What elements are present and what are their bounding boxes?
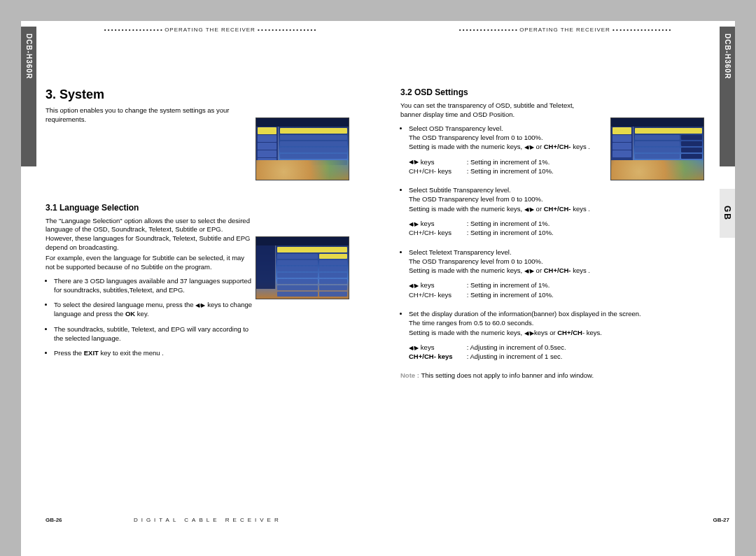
subsection-3-2: 3.2 OSD Settings <box>400 87 729 97</box>
running-head-right: • • • • • • • • • • • • • • • • • OPERAT… <box>400 27 729 33</box>
margin-top <box>0 0 756 21</box>
page-number: GB-27 <box>713 517 729 523</box>
para-lang-2: For example, even the language for Subti… <box>46 254 252 272</box>
para-lang-1: The "Language Selection" option allows t… <box>46 217 252 252</box>
bullet-item: Press the EXIT key to exit the menu . <box>54 348 255 357</box>
left-right-icon: ◀/▶ <box>524 143 534 151</box>
left-right-icon: ◀/▶ <box>409 220 419 228</box>
model-tab-left: DCB-H360R <box>21 27 36 166</box>
left-right-icon: ◀/▶ <box>524 206 534 213</box>
bullet-item: To select the desired language menu, pre… <box>54 300 255 319</box>
dot-decoration: • • • • • • • • • • • • • • • • • <box>104 27 162 33</box>
key-row: ◀/▶ keys : Setting in increment of 1%. C… <box>409 219 729 238</box>
dot-decoration: • • • • • • • • • • • • • • • • • <box>459 27 517 33</box>
bullet-item: There are 3 OSD languages available and … <box>54 276 255 295</box>
running-head-left: • • • • • • • • • • • • • • • • • OPERAT… <box>46 27 374 33</box>
key-row: ◀/▶ keys : Setting in increment of 1%. C… <box>409 280 729 299</box>
bullet-list-left: There are 3 OSD languages available and … <box>46 276 255 358</box>
key-row: ◀/▶ keys : Adjusting in increment of 0.5… <box>409 343 729 362</box>
footer-left: GB-26 DIGITAL CABLE RECEIVER <box>46 517 374 523</box>
osd-block-2: Select Subtitle Transparency level. The … <box>400 185 680 213</box>
bullet-item: Set the display duration of the informat… <box>409 309 715 337</box>
section-intro: This option enables you to change the sy… <box>46 106 252 124</box>
bullet-item: The soundtracks, subtitle, Teletext, and… <box>54 325 255 343</box>
dot-decoration: • • • • • • • • • • • • • • • • • <box>258 27 316 33</box>
left-right-icon: ◀/▶ <box>524 329 534 337</box>
section-title: 3. System <box>46 87 374 102</box>
margin-right <box>735 0 756 556</box>
subsection-3-1: 3.1 Language Selection <box>46 203 374 213</box>
screenshot-language-selection <box>255 236 349 299</box>
screenshot-osd-settings <box>610 117 704 180</box>
screenshot-system-setup <box>255 117 349 180</box>
osd-block-4: Set the display duration of the informat… <box>400 309 715 337</box>
note: Note : This setting does not apply to in… <box>400 371 729 379</box>
margin-left <box>0 0 21 556</box>
page-left: • • • • • • • • • • • • • • • • • OPERAT… <box>46 27 374 530</box>
osd-block-1: Select OSD Transparency level. The OSD T… <box>400 124 610 152</box>
bullet-item: Select OSD Transparency level. The OSD T… <box>409 124 610 152</box>
manual-spread: DCB-H360R DCB-H360R GB • • • • • • • • •… <box>0 0 756 556</box>
footer-right: GB-27 <box>400 517 729 523</box>
left-right-icon: ◀/▶ <box>409 282 419 290</box>
para-osd-intro: You can set the transparency of OSD, sub… <box>400 101 596 120</box>
footer-text: DIGITAL CABLE RECEIVER <box>134 517 282 523</box>
bullet-item: Select Subtitle Transparency level. The … <box>409 185 680 213</box>
left-right-icon: ◀/▶ <box>409 344 419 352</box>
osd-block-3: Select Teletext Transparency level. The … <box>400 248 680 276</box>
dot-decoration: • • • • • • • • • • • • • • • • • <box>612 27 671 33</box>
page-number: GB-26 <box>46 517 62 523</box>
left-right-icon: ◀/▶ <box>524 267 534 275</box>
left-right-icon: ◀/▶ <box>195 301 205 309</box>
page-right: • • • • • • • • • • • • • • • • • OPERAT… <box>400 27 729 530</box>
left-right-icon: ◀/▶ <box>409 158 419 166</box>
bullet-item: Select Teletext Transparency level. The … <box>409 248 680 276</box>
